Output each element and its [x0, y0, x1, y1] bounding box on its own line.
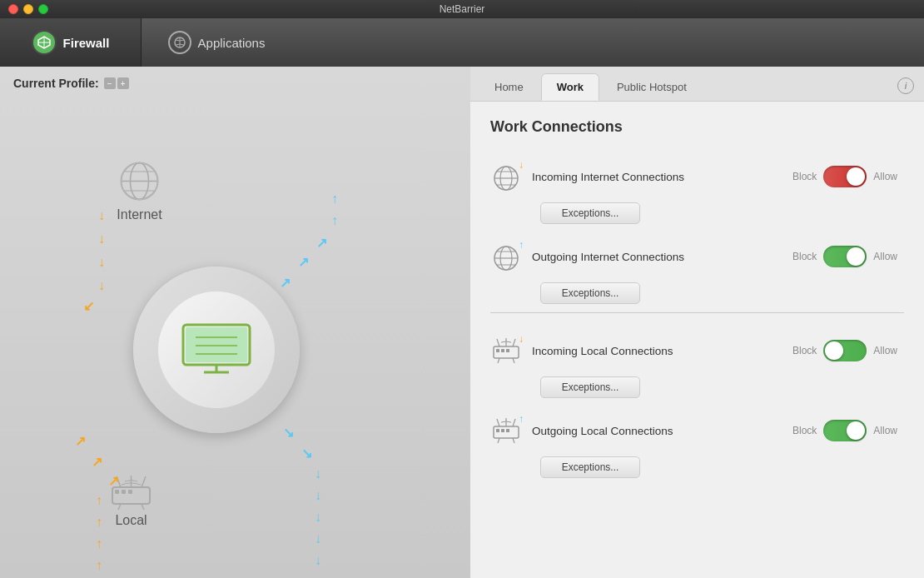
svg-line-54	[513, 438, 514, 443]
profile-increase-btn[interactable]: +	[117, 77, 129, 89]
arrow-blue-13: ↓	[315, 575, 321, 578]
outgoing-local-icon: ↑	[490, 415, 522, 446]
incoming-internet-section: ↓ Incoming Internet Connections Block Al…	[490, 152, 904, 224]
incoming-local-section: ↓ Incoming Local Connections Block Allow…	[490, 326, 904, 398]
svg-line-25	[118, 504, 121, 510]
arrow-blue-12: ↓	[315, 553, 321, 568]
incoming-internet-label: Incoming Internet Connections	[532, 171, 786, 183]
outgoing-local-arrow: ↑	[519, 413, 524, 425]
tab-public-hotspot[interactable]: Public Hotspot	[601, 73, 703, 101]
incoming-local-row: ↓ Incoming Local Connections Block Allow	[490, 326, 904, 375]
applications-label: Applications	[198, 36, 266, 50]
arrow-orange-8: ↗	[108, 473, 119, 489]
globe-icon	[117, 158, 162, 204]
svg-line-24	[142, 476, 146, 487]
tab-work[interactable]: Work	[541, 73, 599, 101]
arrow-orange-3: ↓	[98, 255, 105, 270]
firewall-label: Firewall	[63, 36, 110, 50]
outgoing-internet-block: Block	[792, 251, 817, 262]
svg-line-26	[142, 504, 144, 510]
arrow-orange-4: ↓	[98, 278, 105, 293]
local-label: Local	[115, 513, 147, 528]
minimize-button[interactable]	[23, 4, 33, 14]
svg-line-45	[513, 358, 514, 363]
outgoing-arrow-indicator: ↑	[519, 239, 524, 251]
current-profile: Current Profile: − +	[0, 67, 470, 100]
svg-line-43	[513, 339, 515, 346]
svg-rect-48	[501, 429, 504, 432]
arrow-orange-10: ↑	[96, 515, 102, 530]
internet-label: Internet	[117, 207, 161, 222]
maximize-button[interactable]	[38, 4, 48, 14]
incoming-internet-toggle[interactable]	[823, 166, 867, 187]
incoming-internet-allow: Allow	[873, 171, 897, 182]
toolbar: Firewall Applications	[0, 18, 924, 67]
outgoing-local-section: ↑ Outgoing Local Connections Block Allow…	[490, 406, 904, 478]
window-title: NetBarrier	[440, 3, 485, 15]
arrow-blue-7: ↘	[301, 446, 312, 461]
arrow-blue-5: ↗	[280, 275, 291, 291]
arrow-blue-8: ↓	[315, 466, 321, 481]
incoming-local-exceptions[interactable]: Exceptions...	[540, 376, 640, 398]
incoming-internet-exceptions[interactable]: Exceptions...	[540, 202, 640, 224]
svg-line-53	[498, 438, 499, 443]
arrow-orange-12: ↑	[96, 558, 102, 573]
current-profile-label: Current Profile:	[13, 77, 99, 90]
arrow-orange-11: ↑	[96, 536, 102, 551]
arrow-orange-2: ↓	[98, 232, 105, 247]
window-controls[interactable]	[8, 4, 48, 14]
outgoing-internet-allow: Allow	[873, 251, 897, 262]
svg-rect-12	[186, 327, 247, 362]
arrow-blue-2: ↑	[331, 213, 338, 228]
outgoing-local-label: Outgoing Local Connections	[532, 425, 786, 437]
outgoing-internet-toggle[interactable]	[823, 246, 867, 267]
arrow-orange-6: ↗	[75, 433, 86, 449]
svg-rect-19	[115, 490, 119, 494]
internet-node: Internet	[117, 158, 162, 222]
computer-node	[133, 267, 300, 433]
svg-rect-39	[501, 349, 504, 352]
incoming-arrow-indicator: ↓	[519, 159, 524, 171]
computer-icon	[179, 321, 254, 379]
svg-line-52	[513, 419, 515, 426]
left-panel: Current Profile: − + Internet	[0, 67, 470, 578]
svg-rect-38	[496, 349, 499, 352]
tab-home[interactable]: Home	[479, 73, 539, 101]
arrow-blue-11: ↓	[315, 531, 321, 546]
title-bar: NetBarrier	[0, 0, 924, 18]
separator	[490, 312, 904, 313]
outgoing-local-toggle[interactable]	[823, 420, 867, 441]
svg-rect-40	[506, 349, 509, 352]
profile-decrease-btn[interactable]: −	[104, 77, 116, 89]
incoming-local-arrow: ↓	[519, 333, 524, 345]
applications-nav-item[interactable]: Applications	[142, 18, 291, 67]
firewall-nav-item[interactable]: Firewall	[0, 18, 142, 67]
arrow-blue-6: ↘	[283, 425, 294, 441]
arrow-orange-1: ↓	[98, 208, 105, 223]
outgoing-local-row: ↑ Outgoing Local Connections Block Allow	[490, 406, 904, 455]
panel-title: Work Connections	[490, 118, 904, 136]
outgoing-internet-section: ↑ Outgoing Internet Connections Block Al…	[490, 232, 904, 304]
arrow-orange-5: ↙	[83, 298, 94, 314]
close-button[interactable]	[8, 4, 18, 14]
right-panel: Home Work Public Hotspot i Work Connecti…	[470, 67, 924, 578]
incoming-internet-row: ↓ Incoming Internet Connections Block Al…	[490, 152, 904, 201]
outgoing-local-exceptions[interactable]: Exceptions...	[540, 456, 640, 478]
info-button[interactable]: i	[897, 77, 914, 94]
profile-controls[interactable]: − +	[104, 77, 129, 89]
incoming-internet-icon: ↓	[490, 161, 522, 192]
svg-line-44	[498, 358, 499, 363]
arrow-blue-10: ↓	[315, 510, 321, 525]
outgoing-local-allow: Allow	[873, 425, 897, 436]
svg-rect-49	[506, 429, 509, 432]
arrow-blue-4: ↗	[298, 254, 309, 270]
firewall-icon	[32, 30, 57, 55]
outgoing-internet-label: Outgoing Internet Connections	[532, 251, 786, 263]
outgoing-internet-exceptions[interactable]: Exceptions...	[540, 282, 640, 304]
outgoing-internet-icon: ↑	[490, 241, 522, 272]
tabs-bar: Home Work Public Hotspot i	[470, 67, 924, 102]
outgoing-local-block: Block	[792, 425, 817, 436]
incoming-local-block: Block	[792, 345, 817, 356]
network-diagram: Internet	[0, 108, 470, 578]
incoming-local-toggle[interactable]	[823, 340, 867, 361]
